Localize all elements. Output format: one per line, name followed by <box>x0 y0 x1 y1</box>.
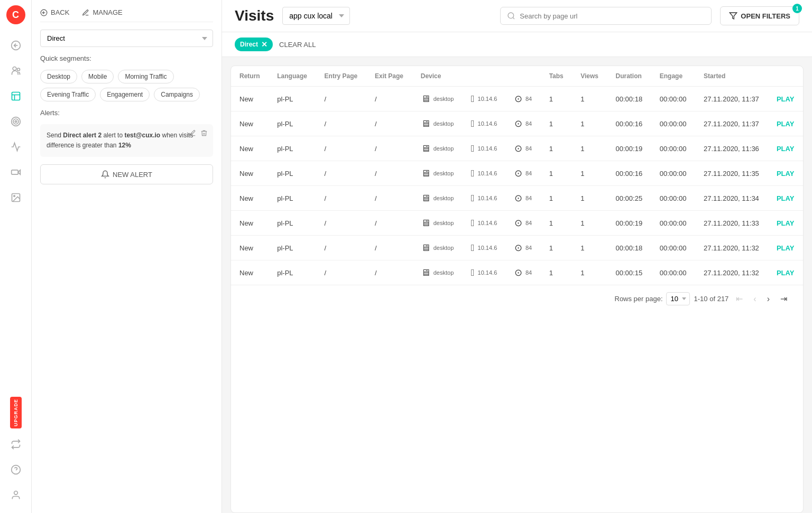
cell-os-7:  10.14.6 <box>463 260 506 285</box>
cell-engage-6: 00:00:00 <box>651 236 695 260</box>
cell-play-7[interactable]: PLAY <box>768 260 803 285</box>
rows-per-page-label: Rows per page: <box>615 295 663 303</box>
col-return: Return <box>231 66 269 87</box>
cell-views-4: 1 <box>572 186 607 211</box>
cell-started-2: 27.11.2020, 11:36 <box>695 136 768 161</box>
cell-play-1[interactable]: PLAY <box>768 111 803 136</box>
cell-entry-3: / <box>316 161 366 186</box>
manage-button[interactable]: MANAGE <box>82 8 122 16</box>
cell-tabs-5: 1 <box>541 211 573 236</box>
cell-tabs-6: 1 <box>541 236 573 260</box>
play-button-3[interactable]: PLAY <box>777 170 794 178</box>
last-page-button[interactable]: ⇥ <box>777 292 790 306</box>
cell-language-6: pl-PL <box>269 236 316 260</box>
play-button-7[interactable]: PLAY <box>777 269 794 277</box>
delete-icon[interactable] <box>200 129 208 137</box>
cell-engage-2: 00:00:00 <box>651 136 695 161</box>
cell-views-0: 1 <box>572 87 607 111</box>
cell-entry-4: / <box>316 186 366 211</box>
chip-morning-traffic[interactable]: Morning Traffic <box>118 70 173 83</box>
nav-icon-recordings[interactable] <box>5 162 26 183</box>
chip-evening-traffic[interactable]: Evening Traffic <box>40 88 96 101</box>
svg-point-3 <box>17 68 20 71</box>
apple-icon:  <box>471 218 475 229</box>
sidebar-top-actions: BACK MANAGE <box>40 8 213 22</box>
cell-play-0[interactable]: PLAY <box>768 87 803 111</box>
nav-icon-visits[interactable] <box>5 86 26 107</box>
col-views: Views <box>572 66 607 87</box>
chip-engagement[interactable]: Engagement <box>100 88 150 101</box>
nav-icon-goals[interactable] <box>5 111 26 132</box>
prev-page-button[interactable]: ‹ <box>750 292 759 306</box>
dataset-select[interactable]: app cux local <box>282 7 350 25</box>
browser-icon: ⊙ <box>514 267 522 278</box>
cell-return-7: New <box>231 260 269 285</box>
cell-language-5: pl-PL <box>269 211 316 236</box>
quick-segments-label: Quick segments: <box>40 54 213 62</box>
open-filters-button[interactable]: OPEN FILTERS 1 <box>720 6 799 25</box>
cell-language-2: pl-PL <box>269 136 316 161</box>
table-row: New pl-PL / / 🖥 desktop  10.14.6 ⊙ 84 <box>231 87 803 111</box>
cell-entry-7: / <box>316 260 366 285</box>
apple-icon:  <box>471 242 475 254</box>
cell-started-5: 27.11.2020, 11:33 <box>695 211 768 236</box>
chip-campaigns[interactable]: Campaigns <box>154 88 200 101</box>
col-engage: Engage <box>651 66 695 87</box>
nav-icon-heatmaps[interactable] <box>5 136 26 157</box>
cell-device-2: 🖥 desktop <box>412 136 463 161</box>
active-filter-label: Direct <box>240 41 258 48</box>
rows-per-page-select[interactable]: 10 25 50 <box>666 292 690 305</box>
next-page-button[interactable]: › <box>764 292 773 306</box>
cell-play-5[interactable]: PLAY <box>768 211 803 236</box>
cell-entry-0: / <box>316 87 366 111</box>
cell-exit-4: / <box>366 186 412 211</box>
apple-icon:  <box>471 143 475 154</box>
cell-os-4:  10.14.6 <box>463 186 506 211</box>
nav-icon-help[interactable] <box>5 459 26 480</box>
table-row: New pl-PL / / 🖥 desktop  10.14.6 ⊙ 84 <box>231 186 803 211</box>
browser-icon: ⊙ <box>514 242 522 254</box>
back-button[interactable]: BACK <box>40 8 69 16</box>
play-button-0[interactable]: PLAY <box>777 95 794 103</box>
segment-select[interactable]: Direct Organic Referral Social Email <box>40 30 213 47</box>
col-duration: Duration <box>607 66 651 87</box>
nav-icon-transfer[interactable] <box>5 434 26 455</box>
remove-filter-icon[interactable]: ✕ <box>261 40 267 49</box>
chip-mobile[interactable]: Mobile <box>81 70 114 83</box>
play-button-1[interactable]: PLAY <box>777 120 794 128</box>
edit-icon[interactable] <box>189 129 196 137</box>
desktop-icon: 🖥 <box>421 218 430 229</box>
svg-point-11 <box>13 195 14 197</box>
cell-started-6: 27.11.2020, 11:32 <box>695 236 768 260</box>
cell-play-6[interactable]: PLAY <box>768 236 803 260</box>
cell-browser-2: ⊙ 84 <box>506 136 541 161</box>
cell-duration-4: 00:00:25 <box>607 186 651 211</box>
play-button-5[interactable]: PLAY <box>777 219 794 227</box>
col-entry-page: Entry Page <box>316 66 366 87</box>
upgrade-button[interactable]: UPGRADE <box>10 397 22 428</box>
svg-marker-19 <box>730 13 737 19</box>
cell-language-0: pl-PL <box>269 87 316 111</box>
chip-desktop[interactable]: Desktop <box>40 70 77 83</box>
nav-icon-back[interactable] <box>5 35 26 56</box>
first-page-button[interactable]: ⇤ <box>733 292 746 306</box>
active-filter[interactable]: Direct ✕ <box>235 38 273 51</box>
cell-play-3[interactable]: PLAY <box>768 161 803 186</box>
nav-icon-user[interactable] <box>5 484 26 506</box>
nav-icon-users[interactable] <box>5 60 26 81</box>
svg-point-17 <box>508 13 514 18</box>
cell-play-2[interactable]: PLAY <box>768 136 803 161</box>
browser-icon: ⊙ <box>514 118 522 129</box>
new-alert-label: NEW ALERT <box>113 171 152 179</box>
play-button-4[interactable]: PLAY <box>777 194 794 202</box>
play-button-2[interactable]: PLAY <box>777 145 794 153</box>
clear-all-button[interactable]: CLEAR ALL <box>279 41 316 49</box>
play-button-6[interactable]: PLAY <box>777 244 794 252</box>
cell-device-1: 🖥 desktop <box>412 111 463 136</box>
apple-icon:  <box>471 168 475 179</box>
search-input[interactable] <box>520 12 705 20</box>
apple-icon:  <box>471 94 475 105</box>
new-alert-button[interactable]: NEW ALERT <box>40 164 213 184</box>
nav-icon-media[interactable] <box>5 187 26 208</box>
cell-play-4[interactable]: PLAY <box>768 186 803 211</box>
